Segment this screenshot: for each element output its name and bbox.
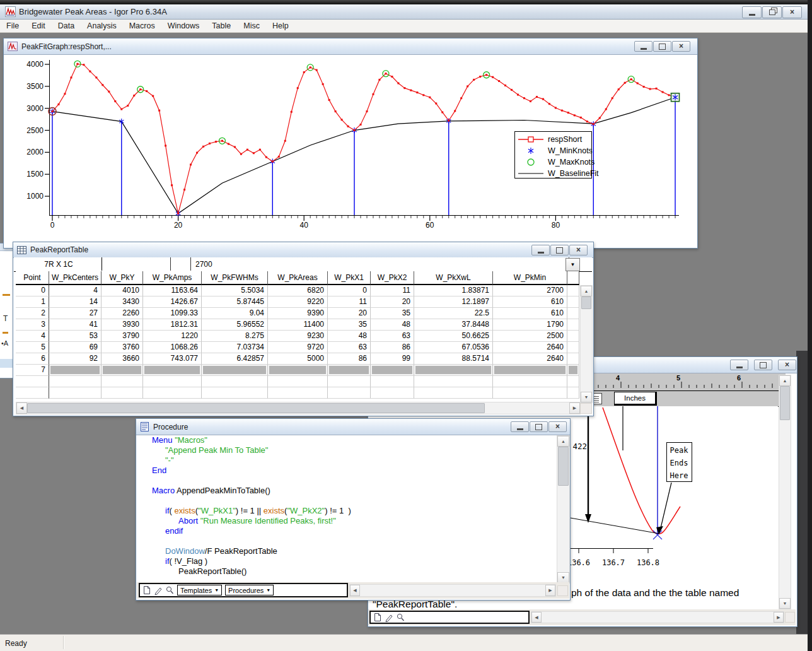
- col-header-W_PkMin[interactable]: W_PkMin: [493, 271, 567, 285]
- scroll-up-icon[interactable]: ▲: [557, 436, 569, 447]
- table-cell[interactable]: 610: [493, 296, 567, 308]
- menu-help[interactable]: Help: [266, 20, 295, 32]
- table-cell[interactable]: 3660: [102, 353, 143, 365]
- table-cell[interactable]: 22.5: [414, 308, 493, 319]
- menu-data[interactable]: Data: [52, 20, 81, 32]
- table-cell[interactable]: [102, 376, 143, 387]
- table-cell[interactable]: 99: [371, 353, 414, 365]
- table-cell[interactable]: 41: [49, 319, 102, 331]
- procedure-vscroll-thumb[interactable]: [558, 447, 569, 486]
- table-cell[interactable]: [143, 376, 202, 387]
- app-minimize-button[interactable]: [742, 6, 762, 18]
- table-cell[interactable]: 0: [16, 285, 49, 296]
- table-cell[interactable]: [567, 353, 579, 365]
- resize-grip[interactable]: [785, 612, 795, 623]
- graph-plot-area[interactable]: 1000150020002500300035004000020406080res…: [4, 55, 696, 247]
- cell-value-input[interactable]: 2700: [190, 257, 569, 271]
- code-line[interactable]: "-": [137, 455, 557, 466]
- table-cell[interactable]: [414, 365, 493, 376]
- table-cell[interactable]: [143, 387, 202, 399]
- table-cell[interactable]: 2700: [493, 285, 567, 296]
- graph-maximize-button[interactable]: [653, 41, 671, 52]
- table-cell[interactable]: 3790: [102, 331, 143, 342]
- code-line[interactable]: Abort "Run Measure Identified Peaks, fir…: [137, 516, 557, 526]
- code-line[interactable]: DoWindow/F PeakReportTable: [137, 546, 557, 556]
- table-minimize-button[interactable]: [531, 245, 550, 255]
- table-cell[interactable]: 1099.33: [143, 308, 202, 319]
- menu-misc[interactable]: Misc: [237, 20, 266, 32]
- table-cell[interactable]: 20: [371, 296, 414, 308]
- graph-titlebar[interactable]: PeakFitGraph:respShort,... ×: [4, 38, 697, 55]
- procedure-hscrollbar[interactable]: ◀ ▶: [349, 584, 556, 597]
- table-cell[interactable]: 5.96552: [202, 319, 268, 331]
- table-cell[interactable]: 5.5034: [202, 285, 268, 296]
- table-cell[interactable]: [102, 365, 143, 376]
- table-cell[interactable]: 92: [49, 353, 102, 365]
- scroll-up-icon[interactable]: ▲: [581, 286, 592, 296]
- pencil-icon[interactable]: [385, 613, 393, 622]
- table-cell[interactable]: 48: [371, 319, 414, 331]
- table-cell[interactable]: 610: [493, 308, 567, 319]
- table-maximize-button[interactable]: [550, 245, 569, 255]
- resize-grip[interactable]: [557, 585, 568, 596]
- graph-close-button[interactable]: ×: [672, 41, 690, 52]
- table-cell[interactable]: 86: [328, 353, 371, 365]
- notebook-minimize-button[interactable]: [730, 360, 748, 370]
- table-cell[interactable]: 88.5714: [414, 353, 493, 365]
- col-header-W_PkFWHMs[interactable]: W_PkFWHMs: [202, 271, 268, 285]
- page-icon[interactable]: [373, 613, 382, 622]
- table-cell[interactable]: 9390: [268, 308, 328, 319]
- table-cell[interactable]: 6: [16, 353, 49, 365]
- table-cell[interactable]: 9.04: [202, 308, 268, 319]
- magnifier-icon[interactable]: [396, 613, 405, 622]
- page-icon[interactable]: [142, 585, 151, 595]
- table-cell[interactable]: [202, 387, 268, 399]
- app-close-button[interactable]: ×: [782, 6, 802, 18]
- menu-analysis[interactable]: Analysis: [81, 20, 123, 32]
- table-cell[interactable]: [16, 387, 49, 399]
- menu-edit[interactable]: Edit: [25, 20, 52, 32]
- formula-dropdown-button[interactable]: ▼: [566, 258, 580, 271]
- table-cell[interactable]: 11400: [268, 319, 328, 331]
- table-close-button[interactable]: ×: [569, 245, 588, 255]
- code-line[interactable]: [137, 476, 557, 486]
- scroll-right-icon[interactable]: ▶: [569, 402, 580, 414]
- table-cell[interactable]: 27: [49, 308, 102, 319]
- table-cell[interactable]: [16, 376, 49, 387]
- templates-dropdown[interactable]: Templates▼: [177, 585, 222, 595]
- table-cell[interactable]: 63: [328, 342, 371, 353]
- table-cell[interactable]: 9220: [268, 296, 328, 308]
- menu-table[interactable]: Table: [206, 20, 237, 32]
- pencil-icon[interactable]: [154, 585, 163, 595]
- code-line[interactable]: [137, 496, 557, 506]
- table-cell[interactable]: [202, 365, 268, 376]
- table-cell[interactable]: [49, 387, 102, 399]
- table-cell[interactable]: 1.83871: [414, 285, 493, 296]
- procedure-minimize-button[interactable]: [511, 421, 529, 432]
- menu-windows[interactable]: Windows: [161, 20, 206, 32]
- procedure-code-editor[interactable]: Menu "Macros""Append Peak Min To Table""…: [137, 435, 557, 582]
- scroll-left-icon[interactable]: ◀: [350, 585, 360, 596]
- graph-minimize-button[interactable]: [634, 41, 652, 52]
- table-cell[interactable]: 1790: [493, 319, 567, 331]
- table-cell[interactable]: [328, 365, 371, 376]
- table-cell[interactable]: [567, 376, 579, 387]
- table-cell[interactable]: [102, 387, 143, 399]
- code-line[interactable]: endif: [137, 526, 557, 536]
- procedure-maximize-button[interactable]: [530, 421, 548, 432]
- table-cell[interactable]: 11: [371, 285, 414, 296]
- table-cell[interactable]: [493, 376, 567, 387]
- table-cell[interactable]: 2640: [493, 342, 567, 353]
- table-cell[interactable]: 1426.67: [143, 296, 202, 308]
- table-cell[interactable]: 7: [16, 365, 49, 376]
- table-cell[interactable]: 35: [328, 319, 371, 331]
- procedure-titlebar[interactable]: Procedure ×: [136, 419, 570, 435]
- table-cell[interactable]: 50.6625: [414, 331, 493, 342]
- table-cell[interactable]: 9720: [268, 342, 328, 353]
- table-cell[interactable]: [328, 387, 371, 399]
- table-cell[interactable]: 2640: [493, 353, 567, 365]
- table-cell[interactable]: [567, 308, 579, 319]
- table-cell[interactable]: 5000: [268, 353, 328, 365]
- table-cell[interactable]: [371, 376, 414, 387]
- table-cell[interactable]: 67.0536: [414, 342, 493, 353]
